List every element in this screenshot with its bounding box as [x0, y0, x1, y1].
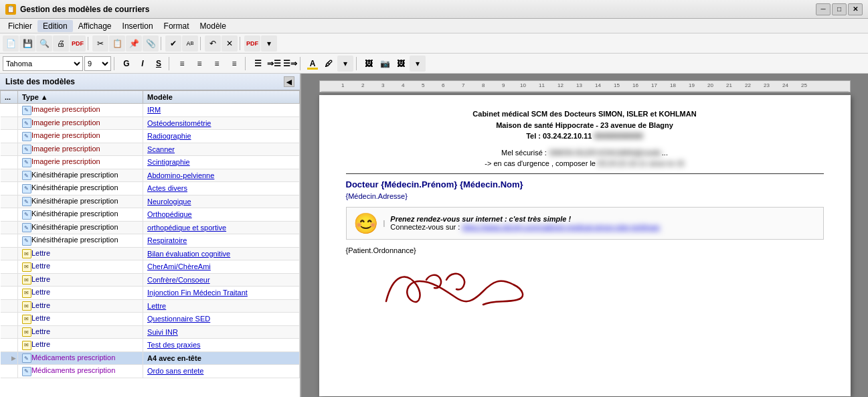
model-name[interactable]: Actes divers [147, 184, 187, 192]
table-row[interactable]: ✉Lettre Confrère/Consoeur [1, 273, 300, 287]
table-row[interactable]: ✎Imagerie prescription Ostéodensitométri… [1, 116, 300, 130]
pdf-button[interactable]: PDF [70, 35, 86, 52]
spellcheck-button[interactable]: ✔ [165, 35, 181, 52]
highlight-button[interactable]: 🖊 [321, 56, 336, 71]
model-name[interactable]: Radiographie [147, 132, 191, 140]
model-cell[interactable]: Radiographie [143, 130, 300, 143]
pdf2-button[interactable]: PDF [244, 35, 260, 52]
document-area[interactable]: 1 2 3 4 5 6 7 8 9 10 11 12 13 14 15 16 1… [301, 74, 868, 397]
table-row[interactable]: ✎Imagerie prescription Scanner [1, 143, 300, 156]
model-name[interactable]: Injonction Fin Médecin Traitant [147, 289, 248, 297]
underline-button[interactable]: S [151, 56, 166, 71]
menu-affichage[interactable]: Affichage [73, 20, 117, 32]
model-name[interactable]: Questionnaire SED [147, 315, 210, 323]
model-cell[interactable]: Test des praxies [143, 339, 300, 352]
extra-button[interactable]: ▾ [261, 35, 277, 52]
menu-modele[interactable]: Modèle [195, 20, 232, 32]
align-center-button[interactable]: ≡ [191, 56, 207, 71]
panel-collapse-button[interactable]: ◀ [284, 76, 294, 87]
table-row[interactable]: ✉Lettre Lettre [1, 299, 300, 313]
model-name[interactable]: Orthopédique [147, 210, 192, 218]
save-button[interactable]: 💾 [19, 35, 35, 52]
model-cell[interactable]: Confrère/Consoeur [143, 273, 300, 287]
list-button[interactable]: ☰ [250, 56, 265, 71]
paste-special-button[interactable]: 📎 [143, 35, 159, 52]
menu-format[interactable]: Format [159, 20, 195, 32]
list-indent-button[interactable]: ⇒☰ [266, 56, 281, 71]
model-name[interactable]: Lettre [147, 302, 166, 310]
model-name[interactable]: orthopédique et sportive [147, 224, 226, 232]
model-cell[interactable]: Scintigraphie [143, 156, 300, 169]
minimize-button[interactable]: ─ [816, 3, 831, 15]
align-left-button[interactable]: ≡ [174, 56, 190, 71]
insert-image3[interactable]: 🖼 [394, 56, 408, 71]
model-name[interactable]: Ostéodensitométrie [147, 119, 211, 127]
model-cell[interactable]: Abdomino-pelvienne [143, 169, 300, 182]
list-outdent-button[interactable]: ☰⇒ [282, 56, 297, 71]
font-family-select[interactable]: Tahoma [3, 56, 83, 71]
font-size-select[interactable]: 9 [84, 56, 111, 71]
model-cell[interactable]: A4 avec en-tête [143, 351, 300, 365]
print-button[interactable]: 🖨 [53, 35, 69, 52]
align-justify-button[interactable]: ≡ [226, 56, 242, 71]
model-name[interactable]: Respiratoire [147, 236, 187, 244]
model-name[interactable]: Scanner [147, 145, 175, 153]
rdv-link[interactable]: https://www.clicrdy.com/cabinet-medical-… [462, 223, 660, 231]
model-cell[interactable]: CherAmi/ChèreAmi [143, 260, 300, 274]
table-row[interactable]: ✉Lettre Questionnaire SED [1, 313, 300, 326]
align-right-button[interactable]: ≡ [209, 56, 225, 71]
delete-button[interactable]: ✕ [222, 35, 238, 52]
model-name[interactable]: Neurologique [147, 197, 191, 206]
menu-insertion[interactable]: Insertion [117, 20, 159, 32]
model-cell[interactable]: IRM [143, 104, 300, 117]
table-row[interactable]: ✎Kinésithérapie prescription Abdomino-pe… [1, 169, 300, 182]
font-size-button[interactable]: AB [182, 35, 198, 52]
model-name[interactable]: CherAmi/ChèreAmi [147, 262, 211, 270]
model-cell[interactable]: Scanner [143, 143, 300, 156]
menu-edition[interactable]: Edition [37, 20, 73, 32]
table-row[interactable]: ✎Kinésithérapie prescription orthopédiqu… [1, 221, 300, 234]
color-expand[interactable]: ▾ [337, 56, 353, 72]
model-name[interactable]: Scintigraphie [147, 158, 190, 166]
new-button[interactable]: 📄 [3, 35, 19, 52]
table-row[interactable]: ✉Lettre Bilan évaluation cognitive [1, 247, 300, 260]
table-row[interactable]: ✎Kinésithérapie prescription Orthopédiqu… [1, 208, 300, 222]
table-row[interactable]: ✉Lettre Suivi INR [1, 325, 300, 339]
table-row[interactable]: ✎Médicaments prescription Ordo sans ente… [1, 365, 300, 378]
model-cell[interactable]: Injonction Fin Médecin Traitant [143, 287, 300, 300]
bold-button[interactable]: G [119, 56, 134, 71]
model-cell[interactable]: Neurologique [143, 195, 300, 208]
model-cell[interactable]: Questionnaire SED [143, 313, 300, 326]
model-cell[interactable]: Ostéodensitométrie [143, 116, 300, 130]
table-row[interactable]: ✎Imagerie prescription Scintigraphie [1, 156, 300, 169]
model-name[interactable]: Confrère/Consoeur [147, 276, 210, 284]
print-preview-button[interactable]: 🔍 [36, 35, 52, 52]
model-cell[interactable]: Suivi INR [143, 325, 300, 339]
table-row[interactable]: ✎Kinésithérapie prescription Respiratoir… [1, 234, 300, 248]
model-name[interactable]: Test des praxies [147, 341, 200, 349]
model-cell[interactable]: orthopédique et sportive [143, 221, 300, 234]
model-cell[interactable]: Orthopédique [143, 208, 300, 222]
col-type-header[interactable]: Type ▲ [17, 91, 143, 104]
table-row[interactable]: ▶ ✎Médicaments prescription A4 avec en-t… [1, 351, 300, 365]
undo-button[interactable]: ↶ [205, 35, 221, 52]
col-model-header[interactable]: Modèle [143, 91, 300, 104]
table-row[interactable]: ✎Imagerie prescription IRM [1, 104, 300, 117]
model-cell[interactable]: Bilan évaluation cognitive [143, 247, 300, 260]
close-button[interactable]: ✕ [848, 3, 863, 15]
cut-button[interactable]: ✂ [92, 35, 108, 52]
italic-button[interactable]: I [135, 56, 150, 71]
insert-image1[interactable]: 🖼 [361, 56, 376, 71]
model-name[interactable]: Bilan évaluation cognitive [147, 250, 230, 258]
model-name[interactable]: Ordo sans entete [147, 367, 203, 375]
model-name[interactable]: Abdomino-pelvienne [147, 171, 214, 179]
model-name[interactable]: Suivi INR [147, 328, 178, 336]
table-row[interactable]: ✎Kinésithérapie prescription Actes diver… [1, 182, 300, 195]
image-expand[interactable]: ▾ [410, 56, 426, 72]
model-name[interactable]: IRM [147, 106, 161, 114]
table-row[interactable]: ✉Lettre Injonction Fin Médecin Traitant [1, 287, 300, 300]
table-row[interactable]: ✎Kinésithérapie prescription Neurologiqu… [1, 195, 300, 208]
models-table[interactable]: ... Type ▲ Modèle ✎Imagerie prescription… [0, 90, 300, 397]
paste-button[interactable]: 📌 [126, 35, 142, 52]
model-name[interactable]: A4 avec en-tête [147, 354, 201, 362]
